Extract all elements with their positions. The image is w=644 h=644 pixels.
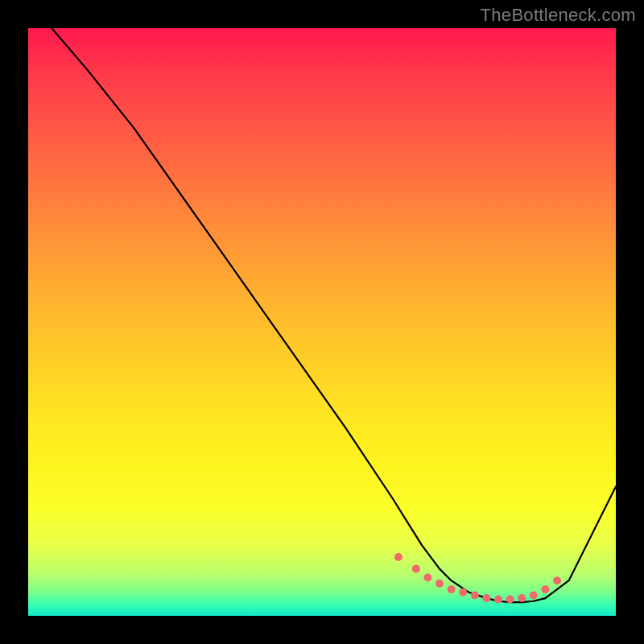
marker-dot: [436, 580, 444, 588]
marker-dot: [423, 574, 431, 582]
marker-dot: [530, 591, 538, 599]
watermark-text: TheBottleneck.com: [481, 5, 636, 26]
marker-dot: [448, 585, 456, 593]
chart-svg: [28, 28, 616, 616]
marker-dots: [394, 553, 561, 604]
marker-dot: [412, 565, 420, 573]
marker-dot: [459, 588, 467, 597]
marker-dot: [518, 594, 526, 602]
plot-area: [28, 28, 616, 616]
marker-dot: [494, 596, 502, 604]
marker-dot: [482, 594, 490, 602]
marker-dot: [471, 591, 479, 599]
marker-dot: [553, 576, 561, 584]
marker-dot: [541, 585, 549, 593]
marker-dot: [394, 553, 402, 561]
chart-frame: TheBottleneck.com: [0, 0, 644, 644]
marker-dot: [506, 596, 514, 604]
curve-line: [52, 28, 616, 602]
